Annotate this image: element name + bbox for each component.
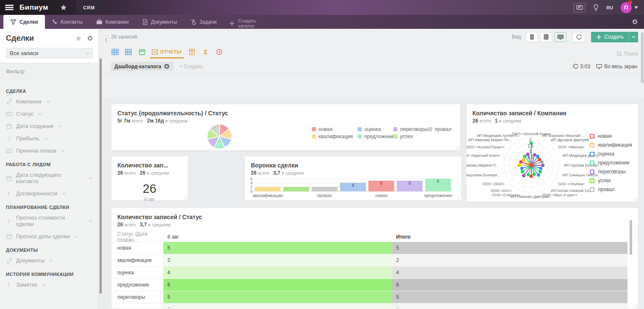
svg-text:3: 3: [7, 218, 10, 224]
user-menu[interactable]: П: [621, 2, 638, 13]
workspace-tab-crm[interactable]: CRM: [76, 0, 102, 15]
filter-item[interactable]: 3Прибыль: [0, 132, 98, 145]
nav-settings-gear-icon[interactable]: [632, 19, 638, 25]
legend-swatch: [590, 143, 594, 148]
table-row[interactable]: переговоры 5 5: [114, 291, 638, 303]
hamburger-menu-icon[interactable]: [5, 5, 14, 10]
view-desktop-button[interactable]: [555, 32, 566, 42]
view-selector-dropdown[interactable]: Все записи: [6, 48, 93, 58]
brand-logo[interactable]: Бипиум: [19, 3, 48, 12]
legend-item[interactable]: переговоры: [393, 126, 428, 132]
legend-item[interactable]: оценка: [358, 126, 393, 132]
cards-view-icon[interactable]: [124, 47, 133, 56]
main-scrollbar-thumb[interactable]: [641, 32, 644, 83]
table-row[interactable]: новая 5 5: [114, 242, 638, 254]
create-catalog-button[interactable]: Создатькаталог: [223, 18, 262, 29]
create-record-dropdown[interactable]: [629, 32, 638, 42]
card-resize-handle[interactable]: [634, 304, 637, 308]
radar-chart[interactable]: 21,510,5ООО «Золотой Ключ»ИП Воронин Ник…: [466, 121, 598, 202]
svg-text:4: 4: [352, 183, 354, 188]
fullscreen-button[interactable]: Во весь экран: [596, 64, 637, 70]
presentation-mode-button[interactable]: [574, 3, 586, 12]
nav-tab-3[interactable]: Компании: [89, 15, 136, 29]
table-row[interactable]: квалификация 2 2: [114, 254, 638, 267]
auto-refresh-timer[interactable]: 5:03: [573, 64, 590, 70]
row-value-cell: 4: [164, 267, 392, 278]
table-view-icon[interactable]: [110, 47, 119, 56]
legend-item[interactable]: оценка: [590, 151, 632, 157]
filter-item[interactable]: TЗаметки: [0, 278, 98, 291]
col-header[interactable]: Статус /Дата создан...: [114, 232, 164, 242]
filter-section-label[interactable]: Фильтр: [0, 63, 98, 79]
funnel-bar-chart[interactable]: 6420квалификацияпровал45новая56предложен…: [245, 175, 457, 199]
dashboard-settings-gear-icon[interactable]: [164, 63, 170, 70]
sidebar-scrollbar[interactable]: [99, 29, 103, 309]
card-resize-handle[interactable]: [456, 146, 459, 150]
lightbulb-icon[interactable]: [593, 4, 599, 11]
legend-item[interactable]: успех: [590, 178, 632, 184]
filter-item[interactable]: 3Прогноз стоимости сделки: [0, 212, 98, 230]
refresh-button[interactable]: [572, 32, 585, 42]
dashboard-tab[interactable]: Дашборд-каталога: [111, 62, 173, 71]
card-resize-handle[interactable]: [634, 198, 637, 201]
search-button[interactable]: Поиск: [616, 51, 638, 57]
reports-view-tab[interactable]: ОТЧЕТЫ: [151, 47, 183, 57]
sidebar-scrollbar-thumb[interactable]: [100, 58, 102, 294]
nav-tab-5[interactable]: Задачи: [184, 15, 223, 29]
view-phone-button[interactable]: [526, 32, 538, 42]
history-view-icon[interactable]: [214, 47, 224, 56]
filter-item[interactable]: Причина отказа: [0, 145, 98, 157]
sidebar-collapse-button[interactable]: ❮: [103, 36, 109, 43]
legend-item[interactable]: переговоры: [590, 169, 632, 175]
card-resize-handle[interactable]: [457, 196, 461, 200]
table-row-clipped[interactable]: успех 2 2: [114, 303, 638, 308]
table-scrollbar-thumb[interactable]: [630, 220, 632, 255]
filter-item[interactable]: Статус: [0, 108, 98, 120]
legend-item[interactable]: провал: [590, 187, 632, 192]
filter-item[interactable]: Компания: [0, 95, 98, 108]
table-row[interactable]: оценка 4 4: [114, 267, 638, 279]
link-icon: [6, 258, 12, 264]
row-total-cell: 4: [392, 267, 627, 278]
legend-item[interactable]: предложение: [358, 134, 393, 139]
filter-item[interactable]: Дата следующего контакта: [0, 169, 98, 187]
table-row[interactable]: предложение 6 6: [114, 279, 638, 291]
nav-tab-4[interactable]: Документы: [136, 15, 184, 29]
legend-item[interactable]: провал: [428, 126, 453, 132]
view-settings-gear-icon[interactable]: [87, 35, 93, 42]
board-view-icon[interactable]: [187, 47, 197, 56]
search-icon: [616, 51, 622, 57]
filter-item[interactable]: Документы: [0, 254, 98, 267]
pie-chart[interactable]: [205, 122, 233, 150]
legend-item[interactable]: предложение: [590, 160, 632, 166]
filter-item[interactable]: Дата создания: [0, 120, 98, 132]
nav-tab-1[interactable]: Сделки: [3, 15, 45, 29]
create-record-button[interactable]: Создать: [591, 32, 638, 42]
card-resize-handle[interactable]: [183, 196, 187, 200]
filter-item[interactable]: TДоговоренности: [0, 187, 98, 200]
nav-tab-2[interactable]: Контакты: [45, 15, 89, 29]
phone-icon: [52, 19, 58, 25]
favorite-view-star-icon[interactable]: [75, 35, 82, 42]
calendar-view-icon[interactable]: [137, 47, 147, 56]
svg-text:5: 5: [380, 181, 383, 186]
table-row[interactable]: успех 2 2: [114, 303, 638, 308]
col-header[interactable]: Итого: [392, 232, 627, 242]
notification-dot: [628, 0, 632, 4]
language-switcher[interactable]: RU: [606, 5, 613, 10]
calendar-icon: [6, 123, 12, 129]
legend-item[interactable]: квалификация: [590, 142, 632, 148]
legend-item[interactable]: новая: [312, 126, 358, 132]
legend-item[interactable]: новая: [590, 133, 632, 139]
filter-item[interactable]: Прогноз даты сделки: [0, 230, 98, 242]
legend-item[interactable]: квалификация: [312, 134, 358, 139]
table-scrollbar[interactable]: [630, 219, 632, 283]
sum-view-icon[interactable]: Σ: [201, 47, 210, 56]
text-icon: T: [6, 282, 12, 287]
favorites-star-icon[interactable]: [60, 4, 67, 11]
pivot-table[interactable]: Статус /Дата создан... 8 авг Итогоновая …: [114, 232, 638, 308]
dashboard-create-button[interactable]: + Создать: [179, 64, 203, 70]
view-tablet-button[interactable]: [540, 32, 552, 42]
legend-item[interactable]: успех: [393, 134, 428, 139]
col-header[interactable]: 8 авг: [164, 232, 392, 242]
